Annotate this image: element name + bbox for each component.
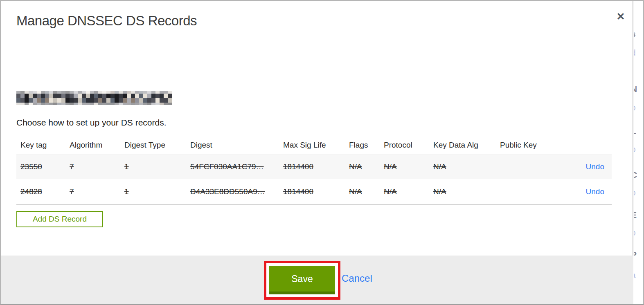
undo-link[interactable]: Undo	[586, 187, 604, 196]
cell-algorithm: 7	[65, 155, 120, 179]
background-text-fragment: o	[634, 103, 636, 112]
background-text-fragment: o	[634, 188, 636, 197]
cancel-link[interactable]: Cancel	[342, 273, 372, 284]
background-text-fragment: C	[634, 170, 637, 179]
table-row: 24828 7 1 D4A33E8DD550A9… 1814400 N/A N/…	[16, 179, 612, 204]
col-header-protocol: Protocol	[380, 136, 429, 155]
page-title: Manage DNSSEC DS Records	[16, 13, 197, 29]
col-header-public-key: Public Key	[496, 136, 570, 155]
close-icon[interactable]: ✕	[614, 10, 627, 23]
cell-key-tag: 24828	[16, 179, 65, 204]
cell-protocol: N/A	[380, 155, 429, 179]
background-text-fragment: o	[634, 145, 636, 153]
cell-digest: D4A33E8DD550A9…	[186, 179, 279, 204]
manage-dnssec-modal: Manage DNSSEC DS Records ✕ Choose how to…	[1, 1, 633, 304]
col-header-digest-type: Digest Type	[120, 136, 186, 155]
screenshot-root: Manage DNSSEC DS Records ✕ Choose how to…	[0, 0, 644, 305]
redacted-domain-name	[16, 91, 172, 105]
cell-public-key	[496, 155, 570, 179]
col-header-algorithm: Algorithm	[65, 136, 120, 155]
cell-protocol: N/A	[380, 179, 429, 204]
cell-digest: 54FCF030AA1C79…	[186, 155, 279, 179]
table-header-row: Key tag Algorithm Digest Type Digest Max…	[16, 136, 612, 155]
modal-footer: Save Cancel	[1, 256, 633, 304]
cell-flags: N/A	[345, 179, 380, 204]
background-text-fragment: E	[634, 211, 637, 219]
background-text-fragment: L	[634, 127, 636, 135]
col-header-key-data-alg: Key Data Alg	[429, 136, 496, 155]
cell-algorithm: 7	[65, 179, 120, 204]
table-row: 23550 7 1 54FCF030AA1C79… 1814400 N/A N/…	[16, 155, 612, 179]
cell-key-data-alg: N/A	[429, 179, 496, 204]
col-header-digest: Digest	[186, 136, 279, 155]
red-annotation-rectangle: Save	[264, 261, 340, 300]
background-page-sliver: sdNoLoCoEoPa	[634, 1, 643, 304]
col-header-key-tag: Key tag	[16, 136, 65, 155]
save-button[interactable]: Save	[269, 266, 335, 294]
background-text-fragment: N	[634, 85, 637, 93]
background-text-fragment: o	[634, 228, 636, 237]
col-header-flags: Flags	[345, 136, 380, 155]
col-header-actions	[570, 136, 612, 155]
cell-flags: N/A	[345, 155, 380, 179]
background-text-fragment: a	[634, 271, 636, 279]
cell-digest-type: 1	[120, 155, 186, 179]
cell-max-sig-life: 1814400	[279, 179, 345, 204]
background-text-fragment: d	[634, 48, 636, 57]
add-ds-record-button[interactable]: Add DS Record	[16, 211, 103, 227]
cell-digest-type: 1	[120, 179, 186, 204]
background-text-fragment: P	[634, 250, 637, 259]
cell-key-tag: 23550	[16, 155, 65, 179]
col-header-max-sig-life: Max Sig Life	[279, 136, 345, 155]
cell-key-data-alg: N/A	[429, 155, 496, 179]
ds-records-table: Key tag Algorithm Digest Type Digest Max…	[16, 136, 612, 205]
background-text-fragment: s	[634, 29, 636, 38]
cell-max-sig-life: 1814400	[279, 155, 345, 179]
cell-public-key	[496, 179, 570, 204]
undo-link[interactable]: Undo	[586, 162, 604, 171]
instruction-text: Choose how to set up your DS records.	[16, 118, 167, 128]
